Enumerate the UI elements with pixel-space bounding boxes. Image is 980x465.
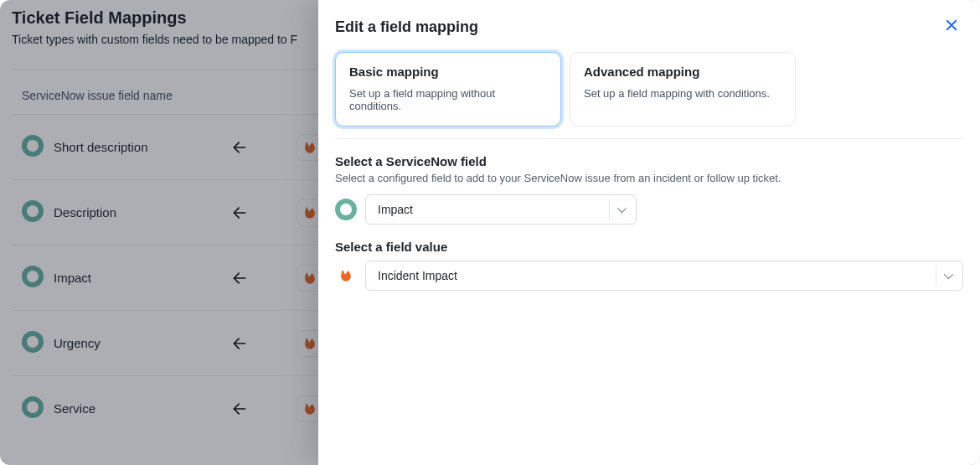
- panel-body: Basic mapping Set up a field mapping wit…: [318, 45, 980, 297]
- panel-title: Edit a field mapping: [335, 18, 478, 36]
- card-desc: Set up a field mapping with conditions.: [584, 87, 781, 100]
- card-basic-mapping[interactable]: Basic mapping Set up a field mapping wit…: [335, 52, 561, 127]
- firehydrant-flame-icon: [335, 265, 357, 287]
- select-servicenow-field-desc: Select a configured field to add to your…: [335, 172, 963, 184]
- field-value-select[interactable]: Incident Impact: [365, 261, 963, 291]
- mapping-type-cards: Basic mapping Set up a field mapping wit…: [335, 52, 963, 127]
- chevron-down-icon: [609, 199, 631, 220]
- svg-point-5: [338, 201, 354, 218]
- servicenow-field-select[interactable]: Impact: [365, 194, 637, 225]
- select-servicenow-field-title: Select a ServiceNow field: [335, 154, 963, 168]
- app-shell: Ticket Field Mappings Ticket types with …: [0, 0, 980, 465]
- servicenow-field-row: Impact: [335, 194, 963, 225]
- panel-header: Edit a field mapping: [318, 0, 980, 45]
- chevron-down-icon: [936, 265, 957, 287]
- close-icon: [944, 18, 959, 37]
- divider: [335, 138, 963, 139]
- select-value: Impact: [378, 203, 413, 216]
- edit-mapping-panel: Edit a field mapping Basic mapping Set u…: [318, 0, 980, 465]
- select-field-value-title: Select a field value: [335, 240, 963, 254]
- select-value: Incident Impact: [378, 269, 457, 282]
- card-title: Basic mapping: [349, 65, 547, 79]
- field-value-row: Incident Impact: [335, 261, 963, 291]
- close-button[interactable]: [940, 15, 963, 39]
- servicenow-ring-icon: [335, 199, 357, 220]
- card-desc: Set up a field mapping without condition…: [349, 87, 547, 112]
- card-title: Advanced mapping: [584, 65, 781, 79]
- card-advanced-mapping[interactable]: Advanced mapping Set up a field mapping …: [570, 52, 796, 127]
